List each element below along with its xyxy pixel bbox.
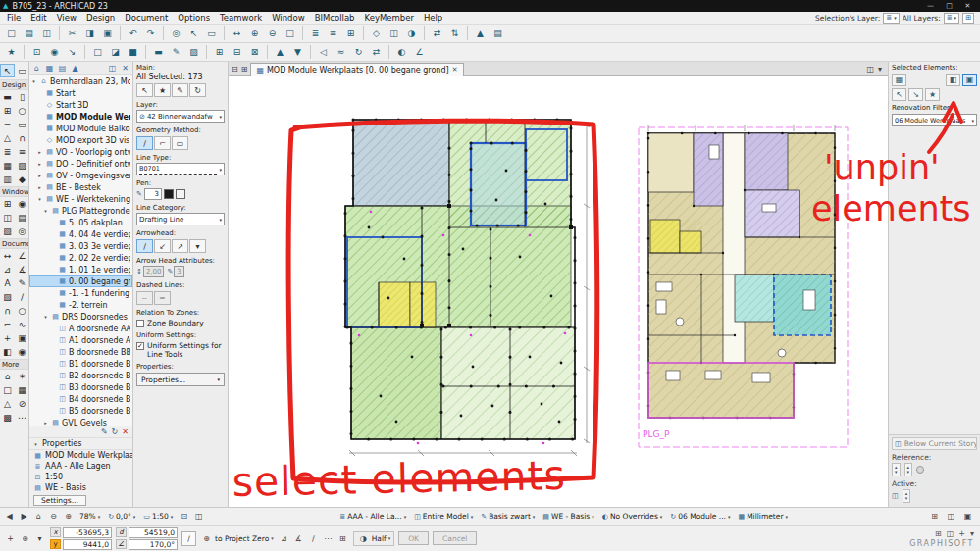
line-weight-icon[interactable]: ▬ [150, 44, 167, 60]
reference-story-stepper[interactable]: ▴ ▾ [892, 463, 901, 476]
toolbox-section-window[interactable]: Window [0, 186, 28, 197]
section-view-icon[interactable]: ◫ [386, 25, 402, 41]
slab-tool[interactable]: ▭ [15, 118, 29, 131]
menu-item[interactable]: File [2, 13, 26, 23]
tree-expand-icon[interactable]: ▸ [36, 184, 43, 190]
guide-lines-icon[interactable]: ∕ [307, 534, 320, 543]
tree-item[interactable]: ▦ 0. 00 begane grond [29, 276, 132, 287]
zoom-level-combo[interactable]: 78% ▾ [77, 510, 103, 524]
menu-item[interactable]: Document [120, 13, 173, 23]
grid-snap-icon[interactable]: ⊞ [342, 25, 359, 41]
uniform-settings-checkbox[interactable]: ✓ [136, 342, 144, 350]
line-type-combo[interactable]: B0701 ▾ [136, 163, 225, 175]
open-project-icon[interactable]: ▤ [21, 25, 37, 41]
renovation-demolished-icon[interactable]: ◪ [107, 44, 124, 60]
element-settings-icon[interactable]: ⊡ [28, 44, 45, 60]
snap-angle-icon[interactable]: ∡ [292, 534, 305, 543]
measure-icon[interactable]: ∠ [411, 44, 428, 60]
detail-tool[interactable]: ◎ [15, 225, 29, 238]
curtain-wall-tool[interactable]: ▥ [0, 173, 15, 186]
redo-icon[interactable]: ↷ [142, 25, 159, 41]
reference-color-swatch[interactable] [916, 466, 924, 474]
coord-value-field[interactable]: -53695,3 [63, 527, 112, 538]
single-line-icon[interactable]: ∕ [136, 136, 153, 150]
camera-tool[interactable]: ◉ [15, 197, 29, 211]
dash-type-icon[interactable]: ╌ [136, 291, 153, 305]
tree-expand-icon[interactable]: ▾ [30, 78, 37, 84]
half-snap-combo[interactable]: ◑ Half ▾ [353, 531, 394, 546]
zoom-in-icon[interactable]: ⊕ [246, 25, 263, 41]
graphic-override-combo[interactable]: ◐ No Overrides ▾ [599, 510, 666, 524]
toolbox-section-document[interactable]: Document [0, 238, 28, 249]
close-button[interactable]: ✕ [958, 2, 977, 10]
rotate-icon[interactable]: ↻ [350, 44, 367, 60]
tree-expand-icon[interactable]: ▾ [42, 208, 49, 214]
teamwork-receive-icon[interactable]: ⇅ [446, 25, 463, 41]
tree-item[interactable]: ▸ ▤ OV - Omgevingsverg [29, 170, 132, 181]
hotspot-tool[interactable]: + [0, 331, 15, 345]
control-box-icon[interactable]: ◫ [947, 529, 954, 538]
menu-item[interactable]: Options [173, 13, 215, 23]
trace-reference-icon[interactable]: ◐ [393, 44, 410, 60]
find-select-icon[interactable]: ◎ [168, 25, 184, 41]
tree-item[interactable]: ▦ MOD Module Balkon [29, 123, 132, 134]
forward-icon[interactable]: ▶ [18, 512, 30, 521]
layer-combo[interactable]: ⊘ 42 Binnenwandafw ▾ [136, 110, 225, 123]
tree-item[interactable]: ◫ B5 doorsnede BB [29, 405, 132, 417]
menu-item[interactable]: Help [419, 13, 447, 23]
align-icon[interactable]: ◁ [315, 44, 332, 60]
home-view-icon[interactable]: ⌂ [32, 512, 45, 521]
ungroup-icon[interactable]: ⊟ [229, 44, 245, 60]
text-tool[interactable]: A [0, 276, 15, 290]
tab-overview-icon[interactable]: ◫ [866, 65, 874, 74]
tree-item[interactable]: ▦ Start [29, 87, 132, 99]
marquee-tool[interactable]: ▭ [15, 64, 29, 77]
misc-tool[interactable]: ⋯ [15, 411, 29, 425]
coord-value-field[interactable]: 54519,0 [129, 527, 178, 538]
scale-combo[interactable]: ▭ 1:50 ▾ [140, 510, 176, 524]
teamwork-send-icon[interactable]: ⇄ [429, 25, 445, 41]
tree-item[interactable]: ▦ 2. 02 2e verdieping [29, 252, 132, 264]
zoom-out-icon[interactable]: ⊖ [264, 25, 281, 41]
detail-marker-tool[interactable]: ◉ [15, 345, 29, 359]
beam-tool[interactable]: ─ [0, 118, 15, 131]
pen-color-icon[interactable]: ✎ [168, 44, 184, 60]
tree-item[interactable]: ◫ B1 doorsnede BB [29, 358, 132, 370]
layer-combination-combo[interactable]: ≣ AAA - Alle La... ▾ [336, 510, 409, 524]
floor-plan-reference[interactable]: PLG_P [637, 125, 851, 451]
publisher-icon[interactable]: ▲ [472, 25, 489, 41]
arrow-end-icon[interactable]: ↗ [172, 239, 188, 253]
distribute-icon[interactable]: ≈ [333, 44, 349, 60]
close-palette-icon[interactable]: ✕ [120, 64, 130, 73]
coord-value-field[interactable]: 9441,0 [63, 539, 112, 550]
lock-element-icon[interactable]: ⊠ [246, 44, 263, 60]
new-project-icon[interactable]: □ [3, 25, 20, 41]
view-map-icon[interactable]: ▦ [44, 64, 55, 73]
paste-icon[interactable]: ▣ [99, 25, 116, 41]
render-icon[interactable]: ◑ [403, 25, 420, 41]
pickup-parameters-icon[interactable]: ↖ [892, 88, 906, 101]
opening-tool[interactable]: □ [0, 383, 15, 397]
tree-item[interactable]: ▸ ▤ DO - Definitief ontw [29, 158, 132, 170]
info-toggle-icon[interactable]: ▣ [961, 512, 974, 521]
copy-icon[interactable]: ◨ [81, 25, 98, 41]
window-tool[interactable]: ⊞ [0, 104, 15, 118]
cancel-button[interactable]: Cancel [433, 531, 477, 545]
renovation-filter-combo[interactable]: ↻ 06 Module ... ▾ [667, 510, 733, 524]
tree-item[interactable]: ▾ ▤ DRS Doorsnedes [29, 311, 132, 323]
ok-button[interactable]: OK [398, 531, 429, 545]
mirror-icon[interactable]: ⇄ [368, 44, 385, 60]
edit-view-icon[interactable]: ✎ [101, 427, 108, 436]
tree-item[interactable]: ▦ 4. 04 4e verdieping [29, 228, 132, 240]
arrow-tool-icon[interactable]: ↖ [185, 25, 202, 41]
sync-icon[interactable]: ↻ [189, 83, 206, 97]
zone-tool[interactable]: ▨ [15, 159, 29, 173]
pen-background-swatch[interactable] [176, 189, 185, 199]
pop-up-navigator-icon[interactable]: ⊟ [232, 65, 238, 74]
menu-item[interactable]: Window [267, 13, 310, 23]
tree-item[interactable]: ◫ B doorsnede BB [29, 346, 132, 358]
default-settings-icon[interactable]: ↖ [136, 83, 153, 97]
pen-number-field[interactable]: 3 [144, 188, 162, 200]
tracker-menu-icon[interactable]: ▾ [33, 534, 46, 543]
layer-combination[interactable]: ≣ AAA - Alle Lagen [29, 461, 132, 472]
